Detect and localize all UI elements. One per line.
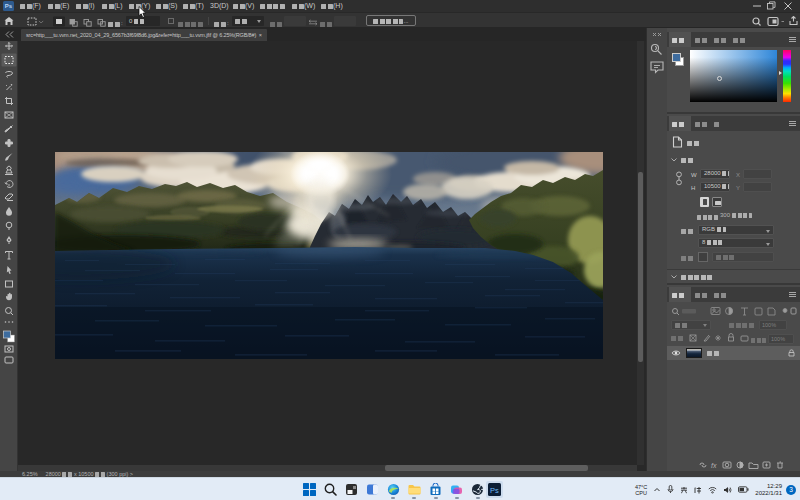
svg-text:Ps: Ps [490, 486, 499, 495]
svg-text:fx: fx [711, 462, 717, 469]
